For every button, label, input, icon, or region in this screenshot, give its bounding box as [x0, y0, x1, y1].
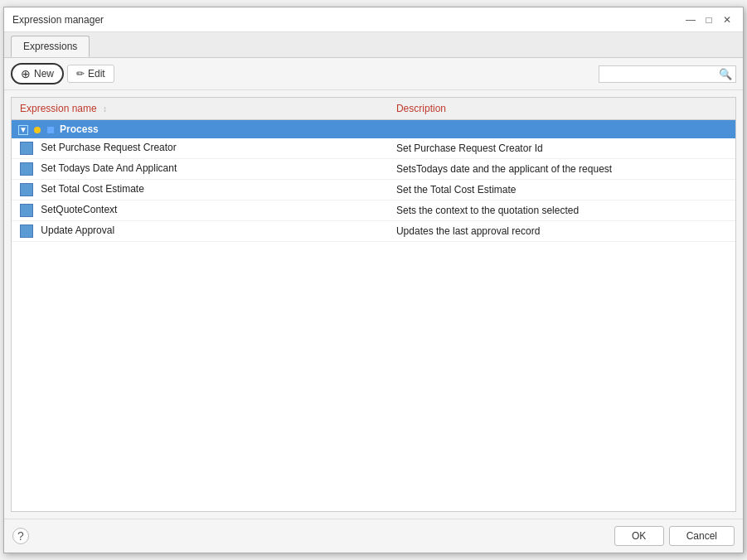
expression-name-cell: Update Approval: [12, 221, 388, 242]
tab-expressions[interactable]: Expressions: [11, 36, 90, 57]
footer-buttons: OK Cancel: [614, 526, 735, 546]
expression-name-cell: SetQuoteContext: [12, 200, 388, 221]
search-area: 🔍: [599, 65, 736, 83]
expression-desc-cell: Updates the last approval record: [388, 221, 735, 242]
table-row[interactable]: Set Todays Date And Applicant SetsTodays…: [12, 159, 735, 180]
window-title: Expression manager: [12, 14, 104, 26]
col-header-description[interactable]: Description: [388, 98, 735, 120]
col-header-expression-name[interactable]: Expression name ↕: [12, 98, 388, 120]
window-controls: — □ ✕: [683, 12, 735, 27]
blue-square-icon: [47, 127, 54, 133]
title-bar: Expression manager — □ ✕: [4, 7, 743, 32]
search-input[interactable]: [603, 68, 719, 80]
footer: ? OK Cancel: [4, 519, 743, 553]
tab-bar: Expressions: [4, 32, 743, 58]
expression-desc-cell: Sets the context to the quotation select…: [388, 200, 735, 221]
expression-desc-cell: Set the Total Cost Estimate: [388, 180, 735, 200]
table-row[interactable]: SetQuoteContext Sets the context to the …: [12, 200, 735, 221]
expression-desc-cell: Set Purchase Request Creator Id: [388, 138, 735, 159]
table-header-row: Expression name ↕ Description: [12, 98, 735, 120]
plus-icon: ⊕: [21, 67, 31, 80]
group-row-process[interactable]: ▼ Process: [12, 120, 735, 139]
yellow-dot-icon: [34, 127, 41, 133]
table-container: Expression name ↕ Description ▼: [11, 97, 736, 512]
maximize-button[interactable]: □: [701, 12, 716, 27]
expression-name-cell: Set Purchase Request Creator: [12, 138, 388, 159]
tab-expressions-label: Expressions: [23, 41, 77, 52]
ok-button[interactable]: OK: [614, 526, 664, 546]
pencil-icon: ✏: [76, 68, 85, 80]
row-icon: [20, 183, 33, 196]
table-row[interactable]: Set Total Cost Estimate Set the Total Co…: [12, 180, 735, 200]
content-area: Expression name ↕ Description ▼: [4, 90, 743, 519]
table-row[interactable]: Update Approval Updates the last approva…: [12, 221, 735, 242]
group-label: Process: [60, 123, 99, 135]
toolbar: ⊕ New ✏ Edit 🔍: [4, 58, 743, 90]
edit-button[interactable]: ✏ Edit: [67, 65, 114, 83]
row-icon: [20, 224, 33, 238]
help-button[interactable]: ?: [12, 528, 29, 544]
row-icon: [20, 204, 33, 217]
group-cell: ▼ Process: [12, 120, 735, 139]
row-icon: [20, 162, 33, 176]
sort-icon: ↕: [103, 104, 107, 113]
expression-manager-window: Expression manager — □ ✕ Expressions ⊕ N…: [3, 7, 744, 553]
search-icon: 🔍: [719, 68, 732, 80]
expression-name-cell: Set Todays Date And Applicant: [12, 159, 388, 180]
expression-name-cell: Set Total Cost Estimate: [12, 180, 388, 200]
row-icon: [20, 142, 33, 155]
cancel-button[interactable]: Cancel: [669, 526, 735, 546]
expression-desc-cell: SetsTodays date and the applicant of the…: [388, 159, 735, 180]
table-row[interactable]: Set Purchase Request Creator Set Purchas…: [12, 138, 735, 159]
close-button[interactable]: ✕: [720, 12, 735, 27]
minimize-button[interactable]: —: [683, 12, 698, 27]
new-button[interactable]: ⊕ New: [11, 63, 64, 84]
group-expand-icon: ▼: [18, 125, 28, 135]
new-button-label: New: [34, 68, 54, 80]
edit-button-label: Edit: [88, 68, 105, 80]
expression-table: Expression name ↕ Description ▼: [12, 98, 735, 242]
